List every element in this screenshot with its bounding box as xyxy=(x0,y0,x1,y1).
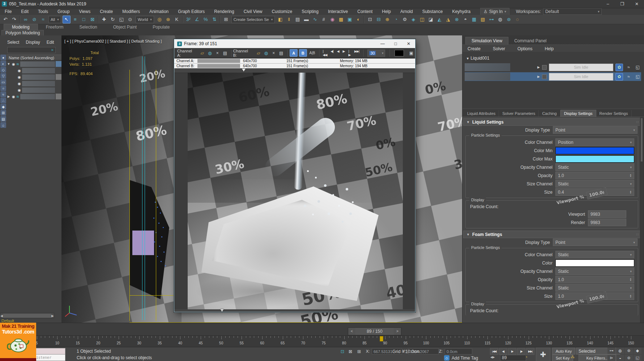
toolbar-icon[interactable]: ◈ xyxy=(409,16,417,23)
sim-idle-button[interactable]: Sim Idle xyxy=(549,64,613,71)
menu-item[interactable]: Modifiers xyxy=(118,8,145,15)
layer-manager-icon[interactable]: ▤ xyxy=(294,16,302,23)
menu-item[interactable]: Edit xyxy=(16,8,33,15)
eye-icon[interactable]: ◉ xyxy=(18,88,21,92)
next-frame-icon[interactable]: |▶ xyxy=(346,50,353,57)
bind-to-space-warp-icon[interactable]: ≈ xyxy=(39,16,47,23)
opacity-spinner[interactable]: 1.0▲▼ xyxy=(555,276,634,283)
frame-window-title-bar[interactable]: 3 Frame: 39 of 151 —□✕ xyxy=(174,39,415,48)
liquid-icon[interactable]: ✿ xyxy=(615,64,623,71)
minimize-button[interactable]: – xyxy=(601,0,615,8)
explorer-search-input[interactable]: ✕ xyxy=(7,47,56,53)
clone-window-icon[interactable]: ▣ xyxy=(408,50,415,56)
zoom-icon[interactable]: ⊶ xyxy=(607,348,615,354)
trackbar-marker[interactable] xyxy=(220,309,224,312)
color-channel-dropdown[interactable]: Static▾ xyxy=(555,251,634,258)
menu-item[interactable]: Content xyxy=(353,8,377,15)
select-and-place-icon[interactable]: ⊙ xyxy=(126,16,134,23)
display-geometry-icon[interactable]: ◐ xyxy=(0,61,6,66)
render-to-channel-b-icon[interactable]: ◍ xyxy=(263,50,269,56)
isolate-selection-icon[interactable]: ⊡ xyxy=(339,348,346,355)
color-min-color[interactable] xyxy=(555,147,634,154)
key-steps-icon[interactable]: ⁂ xyxy=(571,355,575,360)
menu-item[interactable]: Views xyxy=(74,8,95,15)
toolbar-icon[interactable]: ⊶ xyxy=(487,16,495,23)
percent-snap-icon[interactable]: % xyxy=(202,16,210,23)
maxscript-mini-listener[interactable]: Listener xyxy=(34,354,65,361)
list-item[interactable]: ◉ xyxy=(7,80,61,87)
ribbon-tab[interactable]: Populate xyxy=(145,24,178,30)
expander-icon[interactable]: ▶ xyxy=(537,65,540,69)
toolbar-icon[interactable]: ◓ xyxy=(461,16,469,23)
pan-icon[interactable]: ⊚ xyxy=(625,355,633,361)
size-channel-dropdown[interactable]: Static▾ xyxy=(555,180,634,188)
settings-tab[interactable]: Render Settings xyxy=(596,110,632,117)
panel-menu-item[interactable]: Solver xyxy=(493,46,505,51)
menu-item[interactable]: Scripting xyxy=(297,8,323,15)
restore-button[interactable]: ❐ xyxy=(615,0,630,8)
menu-item[interactable]: File xyxy=(0,8,16,15)
expander-icon[interactable]: ▼ xyxy=(7,62,11,66)
toolbar-icon[interactable]: ⊚ xyxy=(505,16,513,23)
liquid-settings-header[interactable]: ▼Liquid Settings∷ xyxy=(463,118,641,126)
menu-item[interactable]: Help xyxy=(377,8,396,15)
list-item[interactable]: ◉ xyxy=(7,87,61,93)
display-spacewarps-icon[interactable]: ≈ xyxy=(0,91,6,97)
expand-icon[interactable]: ◱ xyxy=(634,73,641,80)
select-and-rotate-icon[interactable]: ↻ xyxy=(109,16,117,23)
scroll-right-icon[interactable]: ▶ xyxy=(51,314,54,318)
toolbar-icon[interactable]: ⊕ xyxy=(383,16,391,23)
foam-settings-header[interactable]: ▼Foam Settings∷ xyxy=(463,231,641,238)
display-type-dropdown[interactable]: Point▾ xyxy=(553,126,637,134)
spinner-snap-icon[interactable]: ⇅ xyxy=(210,16,218,23)
frame-minimize-button[interactable]: — xyxy=(376,39,389,48)
display-type-dropdown[interactable]: Point▾ xyxy=(553,238,637,246)
liquid-cache-row[interactable]: ▶Sim Idle✿≈◱ xyxy=(465,72,641,81)
compare-ab-button[interactable]: A|B xyxy=(308,51,317,55)
opacity-channel-dropdown[interactable]: Static▾ xyxy=(555,267,634,275)
set-keys-button[interactable]: ✚ xyxy=(536,348,550,361)
playback-rate-dropdown[interactable]: 30▾ xyxy=(367,50,385,57)
select-and-manipulate-icon[interactable]: ⊛ xyxy=(164,16,172,23)
size-channel-dropdown[interactable]: Static▾ xyxy=(555,284,634,292)
previous-frame-button[interactable]: < xyxy=(348,328,355,335)
load-channel-b-icon[interactable]: ▱ xyxy=(255,50,262,56)
zoom-region-icon[interactable]: ⊛ xyxy=(625,348,633,354)
expand-icon[interactable]: ◱ xyxy=(634,64,641,71)
current-frame-field[interactable]: 89 xyxy=(500,355,526,361)
toolbar-icon[interactable]: ◪ xyxy=(427,16,435,23)
liquid-cache-row[interactable]: ▶Sim Idle✿≈◱ xyxy=(465,63,641,72)
go-to-start-icon[interactable]: |◀◀ xyxy=(490,348,498,355)
frame-spinner-icon[interactable]: ◀▶ xyxy=(490,356,495,359)
settings-tab[interactable]: Caching xyxy=(539,110,560,117)
clear-channel-b-icon[interactable]: × xyxy=(270,50,277,56)
rectangular-selection-region-icon[interactable]: □ xyxy=(80,16,88,23)
next-frame-button[interactable]: > xyxy=(394,328,401,335)
undo-icon[interactable]: ↶ xyxy=(1,16,9,23)
select-object-icon[interactable]: ↖ xyxy=(63,16,71,23)
ribbon-tab[interactable]: Freeform xyxy=(38,24,72,30)
field-of-view-icon[interactable]: ◆ xyxy=(634,348,641,354)
menu-item[interactable]: Arnold xyxy=(396,8,418,15)
row-checkbox[interactable] xyxy=(542,65,547,70)
toolbar-icon[interactable]: ▦ xyxy=(470,16,478,23)
menu-item[interactable]: Customize xyxy=(267,8,297,15)
play-animation-icon[interactable]: ▶ xyxy=(508,348,516,355)
panel-tab[interactable]: Simulation View xyxy=(465,37,508,44)
show-channel-a-button[interactable]: A xyxy=(290,49,298,57)
menu-item[interactable]: Tools xyxy=(33,8,53,15)
render-setup-icon[interactable]: ▩ xyxy=(337,16,345,23)
select-and-link-icon[interactable]: ∞ xyxy=(22,16,30,23)
align-icon[interactable]: ‖ xyxy=(285,16,293,23)
eye-icon[interactable]: ◉ xyxy=(18,75,21,79)
toolbar-icon[interactable]: ⊗ xyxy=(453,16,461,23)
frame-maximize-button[interactable]: □ xyxy=(389,39,402,48)
toolbar-icon[interactable]: ◫ xyxy=(418,16,426,23)
render-production-icon[interactable]: ◐ xyxy=(354,16,362,23)
toolbar-icon[interactable]: ◭ xyxy=(435,16,443,23)
named-selection-sets-dropdown[interactable]: Create Selection Se▾ xyxy=(231,16,275,23)
opacity-spinner[interactable]: 1.0▲▼ xyxy=(555,172,634,179)
frame-close-button[interactable]: ✕ xyxy=(402,39,415,48)
play-reverse-icon[interactable]: ◀ xyxy=(335,50,341,57)
menu-item[interactable]: Rendering xyxy=(209,8,239,15)
